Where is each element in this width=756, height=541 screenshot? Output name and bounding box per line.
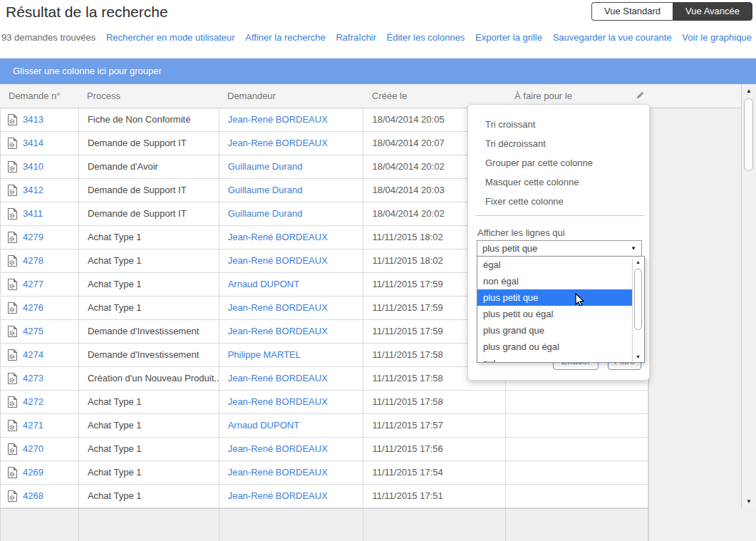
list-scroll-down-icon[interactable]: ▼ [633, 354, 643, 359]
demandeur-link[interactable]: Arnaud DUPONT [228, 279, 299, 289]
request-icon [7, 373, 18, 384]
request-id-link[interactable]: 4271 [23, 414, 43, 437]
table-row: 4268Achat Type 1Jean-René BORDEAUX11/11/… [0, 485, 648, 508]
vertical-scrollbar[interactable]: ▲ ▼ [741, 84, 756, 508]
request-id-link[interactable]: 4279 [23, 226, 43, 249]
column-menu-items: Tri croissantTri décroissantGrouper par … [468, 115, 649, 211]
request-id-link[interactable]: 4273 [23, 367, 43, 390]
toolbar-link-exporter-la-grille[interactable]: Exporter la grille [475, 32, 542, 43]
demandeur-cell: Jean-René BORDEAUX [219, 249, 364, 272]
menu-item-grouper-par-cette-colonne[interactable]: Grouper par cette colonne [468, 153, 649, 172]
request-icon [7, 302, 18, 314]
request-icon [7, 255, 18, 267]
request-id-link[interactable]: 3414 [23, 132, 43, 155]
toolbar-link-sauvegarder-la-vue-courante[interactable]: Sauvegarder la vue courante [553, 32, 672, 43]
operator-list-scrollbar[interactable]: ▲ ▼ [632, 257, 643, 361]
operator-option[interactable]: plus petit ou égal [477, 306, 632, 322]
process-cell: Achat Type 1 [79, 438, 219, 460]
demandeur-link[interactable]: Jean-René BORDEAUX [228, 326, 328, 336]
created-cell: 11/11/2015 17:57 [363, 414, 506, 437]
demandeur-link[interactable]: Jean-René BORDEAUX [228, 443, 328, 454]
request-id-link[interactable]: 4269 [23, 461, 43, 484]
request-id-link[interactable]: 3412 [23, 179, 43, 202]
process-cell: Achat Type 1 [79, 226, 219, 249]
menu-item-masquer-cette-colonne[interactable]: Masquer cette colonne [468, 172, 649, 192]
demandeur-link[interactable]: Guillaume Durand [228, 185, 303, 195]
operator-option[interactable]: nul [477, 355, 632, 363]
created-cell: 11/11/2015 17:58 [363, 391, 506, 413]
demandeur-link[interactable]: Guillaume Durand [228, 208, 303, 219]
toolbar-link-rafra-chir[interactable]: Rafraîchir [336, 32, 376, 43]
request-id-link[interactable]: 3413 [23, 108, 43, 131]
demandeur-cell: Jean-René BORDEAUX [219, 320, 364, 343]
process-cell: Achat Type 1 [79, 485, 219, 507]
demandeur-link[interactable]: Jean-René BORDEAUX [228, 255, 328, 266]
request-id-link[interactable]: 4276 [23, 297, 43, 319]
request-icon [7, 467, 18, 478]
table-row: 4270Achat Type 1Jean-René BORDEAUX11/11/… [0, 438, 648, 461]
created-cell: 11/11/2015 17:56 [363, 438, 506, 460]
operator-option[interactable]: égal [477, 257, 632, 273]
demandeur-link[interactable]: Guillaume Durand [228, 161, 303, 172]
process-cell: Achat Type 1 [79, 249, 219, 272]
request-id-link[interactable]: 4268 [23, 485, 43, 507]
request-id-link[interactable]: 3410 [23, 155, 43, 178]
due-cell [506, 438, 648, 460]
toolbar-link-affiner-la-recherche[interactable]: Affiner la recherche [245, 32, 326, 43]
scroll-down-icon[interactable]: ▼ [742, 498, 756, 505]
request-id-cell: 3413 [1, 108, 79, 131]
request-icon [7, 420, 18, 431]
operator-option[interactable]: plus petit que [477, 289, 632, 306]
demandeur-link[interactable]: Jean-René BORDEAUX [228, 396, 328, 407]
operator-option[interactable]: plus grand que [477, 322, 632, 339]
view-standard-button[interactable]: Vue Standard [591, 2, 673, 21]
demandeur-link[interactable]: Jean-René BORDEAUX [228, 490, 328, 501]
column-header-3[interactable]: Demandeur [219, 84, 363, 108]
request-id-cell: 4272 [1, 391, 79, 413]
demandeur-link[interactable]: Philippe MARTEL [228, 349, 301, 360]
toolbar-link-rechercher-en-mode-utilisateur[interactable]: Rechercher en mode utilisateur [106, 32, 235, 43]
demandeur-link[interactable]: Jean-René BORDEAUX [228, 467, 328, 478]
operator-option[interactable]: non égal [477, 273, 632, 289]
list-scroll-thumb[interactable] [634, 269, 642, 330]
request-id-link[interactable]: 4278 [23, 249, 43, 272]
group-drop-zone[interactable]: Glisser une colonne ici pour grouper [0, 58, 756, 84]
request-id-link[interactable]: 4270 [23, 438, 43, 460]
request-id-cell: 4271 [1, 414, 79, 437]
demandeur-link[interactable]: Arnaud DUPONT [228, 420, 299, 431]
page-title: Résultat de la recherche [6, 4, 168, 21]
demandeur-link[interactable]: Jean-René BORDEAUX [228, 138, 328, 148]
demandeur-link[interactable]: Jean-René BORDEAUX [228, 373, 328, 383]
operator-option[interactable]: plus grand ou égal [477, 339, 632, 355]
request-id-cell: 4268 [1, 485, 79, 507]
request-id-link[interactable]: 3411 [23, 202, 43, 225]
view-advanced-button[interactable]: Vue Avancée [673, 2, 752, 21]
edit-pencil-icon[interactable] [634, 89, 646, 101]
request-id-link[interactable]: 4277 [23, 273, 43, 296]
demandeur-link[interactable]: Jean-René BORDEAUX [228, 302, 328, 313]
scroll-up-icon[interactable]: ▲ [742, 88, 756, 94]
demandeur-link[interactable]: Jean-René BORDEAUX [228, 114, 328, 125]
menu-item-tri-d-croissant[interactable]: Tri décroissant [468, 134, 649, 153]
toolbar-link--diter-les-colonnes[interactable]: Éditer les colonnes [387, 32, 465, 43]
process-cell: Achat Type 1 [79, 461, 219, 484]
menu-item-fixer-cette-colonne[interactable]: Fixer cette colonne [468, 192, 649, 211]
request-id-link[interactable]: 4275 [23, 320, 43, 343]
operator-select[interactable]: plus petit que ▼ [477, 240, 642, 257]
process-cell: Achat Type 1 [79, 414, 219, 437]
request-icon [7, 349, 18, 361]
column-header-1[interactable]: Demande n° [0, 84, 78, 108]
footer-cell [219, 509, 364, 541]
column-header-2[interactable]: Process [78, 84, 219, 108]
process-cell: Demande d'Investissement [79, 344, 219, 366]
operator-select-value: plus petit que [482, 243, 537, 254]
request-id-link[interactable]: 4272 [23, 391, 43, 413]
scrollbar-thumb[interactable] [744, 98, 753, 171]
filter-rows-label: Afficher les lignes qui [477, 227, 565, 238]
created-cell: 11/11/2015 17:51 [363, 485, 506, 507]
toolbar-link-voir-le-graphique[interactable]: Voir le graphique [682, 32, 752, 43]
menu-item-tri-croissant[interactable]: Tri croissant [468, 115, 649, 134]
request-id-link[interactable]: 4274 [23, 344, 43, 366]
list-scroll-up-icon[interactable]: ▲ [633, 259, 643, 264]
demandeur-link[interactable]: Jean-René BORDEAUX [228, 232, 328, 242]
